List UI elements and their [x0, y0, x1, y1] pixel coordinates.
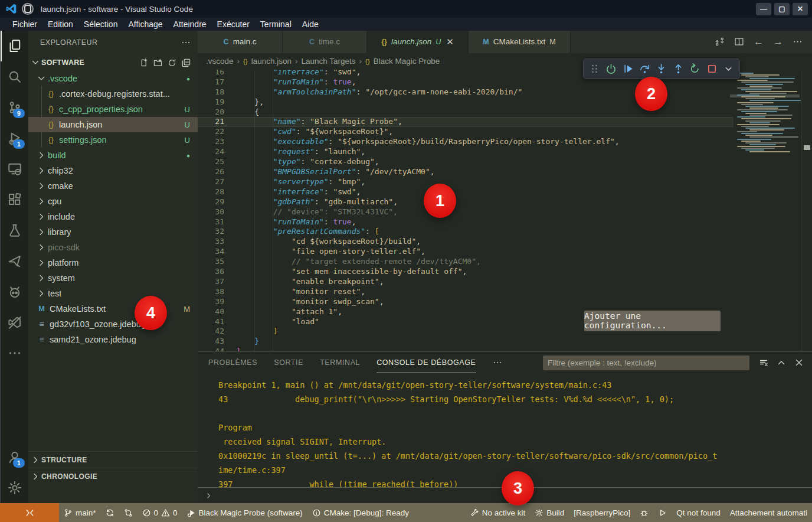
code-editor[interactable]: 1617181920212223242526272829303132333435…: [198, 70, 812, 351]
step-into-button[interactable]: [653, 61, 670, 77]
launch-button[interactable]: [603, 61, 619, 77]
newfile-icon[interactable]: [139, 58, 148, 67]
breadcrumb-item[interactable]: Launch Targets: [302, 57, 356, 66]
tree-item-include[interactable]: include: [28, 209, 198, 224]
more-actions-icon[interactable]: [793, 37, 803, 47]
menu-fichier[interactable]: Fichier: [7, 19, 42, 29]
activity-extensions[interactable]: [1, 184, 28, 215]
activity-tools-extension[interactable]: [1, 246, 28, 276]
tree-item-pico-sdk[interactable]: pico-sdk: [28, 240, 198, 255]
close-tab-icon[interactable]: ✕: [446, 37, 454, 47]
collapse-icon[interactable]: [182, 58, 191, 67]
tree-item-c-cpp-properties-json[interactable]: {}c_cpp_properties.jsonU: [28, 102, 198, 117]
status-kit[interactable]: No active kit: [466, 503, 531, 522]
activity-testing[interactable]: [1, 215, 28, 246]
stop-button[interactable]: [703, 61, 720, 77]
status-git-branch[interactable]: main*: [59, 503, 101, 522]
tree-item--vscode[interactable]: .vscode●: [28, 71, 198, 86]
panel-tab-terminal[interactable]: TERMINAL: [320, 353, 360, 373]
status-build[interactable]: Build: [530, 503, 569, 522]
tree-item-cmake[interactable]: cmake: [28, 178, 198, 194]
activity-source-control[interactable]: 9: [1, 92, 28, 123]
menu-sélection[interactable]: Sélection: [78, 19, 123, 29]
refresh-icon[interactable]: [168, 58, 176, 67]
minimize-button[interactable]: —: [756, 3, 771, 15]
continue-button[interactable]: [620, 61, 636, 77]
restart-button[interactable]: [687, 61, 703, 77]
section-structure[interactable]: STRUCTURE: [28, 451, 198, 468]
status-target[interactable]: [RaspberryPico]: [569, 503, 635, 522]
navigate-forward-icon[interactable]: →: [773, 36, 783, 48]
tab-time-c[interactable]: Ctime.c: [283, 31, 367, 53]
menu-edition[interactable]: Edition: [42, 19, 78, 29]
status-sync[interactable]: [101, 503, 119, 522]
navigate-back-icon[interactable]: ←: [754, 36, 764, 48]
tree-item-samd21-ozone-jdebug[interactable]: ≡samd21_ozone.jdebug: [28, 332, 198, 347]
panel-tab-sortie[interactable]: SORTIE: [274, 353, 303, 373]
tree-item-gd32vf103-ozone-jdebug[interactable]: ≡gd32vf103_ozone.jdebug: [28, 317, 198, 332]
tree-item-platform[interactable]: platform: [28, 255, 198, 270]
activity-explorer[interactable]: [1, 31, 28, 61]
filter-icon[interactable]: [759, 358, 768, 367]
panel-tab-console-de-d-bogage[interactable]: CONSOLE DE DÉBOGAGE: [376, 353, 476, 373]
activity-robot-extension[interactable]: [1, 276, 28, 307]
tree-item-launch-json[interactable]: {}launch.jsonU: [28, 117, 198, 132]
menu-affichage[interactable]: Affichage: [123, 19, 168, 29]
tree-item-cmakelists-txt[interactable]: MCMakeLists.txtM: [28, 301, 198, 317]
activity-account[interactable]: 1: [1, 442, 28, 472]
tab-main-c[interactable]: Cmain.c: [198, 31, 283, 53]
close-panel-icon[interactable]: [794, 358, 804, 367]
tab-launch-json[interactable]: {}launch.jsonU✕: [367, 31, 469, 53]
activity-search[interactable]: [1, 61, 28, 92]
status-qt[interactable]: Qt not found: [672, 503, 725, 522]
status-debug-icon[interactable]: [635, 503, 653, 522]
activity-run-and-debug[interactable]: 1: [1, 123, 28, 154]
tree-item-chip32[interactable]: chip32: [28, 163, 198, 178]
close-button[interactable]: ✕: [793, 3, 808, 15]
status-auto-attach[interactable]: Attachement automati: [725, 503, 812, 522]
remote-indicator[interactable]: [0, 503, 59, 522]
activity-settings[interactable]: [1, 472, 28, 503]
maximize-panel-icon[interactable]: [777, 358, 786, 367]
status-problems[interactable]: 00: [137, 503, 182, 522]
newfolder-icon[interactable]: [153, 58, 162, 67]
step-out-button[interactable]: [670, 61, 686, 77]
activity-remote-explorer[interactable]: [1, 154, 28, 184]
activity-vs-extension[interactable]: [1, 307, 28, 338]
session-dropdown-button[interactable]: [721, 61, 737, 77]
minimap[interactable]: [734, 70, 800, 351]
tab-cmakelists-txt[interactable]: MCMakeLists.txtM: [469, 31, 571, 53]
step-over-button[interactable]: [636, 61, 653, 77]
status-cmake-status[interactable]: CMake: [Debug]: Ready: [307, 503, 414, 522]
breadcrumb-item[interactable]: launch.json: [251, 57, 292, 66]
add-configuration-button[interactable]: Ajouter une configuration...: [584, 311, 721, 331]
console-filter-input[interactable]: Filtre (exemple : text, !exclude): [543, 355, 749, 370]
status-git-compare[interactable]: [119, 503, 137, 522]
tree-item-settings-json[interactable]: {}settings.jsonU: [28, 132, 198, 148]
tree-item-system[interactable]: system: [28, 270, 198, 286]
tree-item-cpu[interactable]: cpu: [28, 194, 198, 209]
open-changes-icon[interactable]: [715, 37, 725, 47]
status-debug-target[interactable]: Black Magic Probe (software): [182, 503, 307, 522]
bug-icon: [640, 508, 649, 517]
panel-more-icon[interactable]: [493, 353, 502, 373]
menu-atteindre[interactable]: Atteindre: [168, 19, 212, 29]
folder-section-header[interactable]: SOFTWARE: [28, 54, 198, 71]
tree-item-build[interactable]: build●: [28, 148, 198, 163]
activity-more[interactable]: [1, 338, 28, 368]
menu-exécuter[interactable]: Exécuter: [212, 19, 255, 29]
tree-item--cortex-debug-registers-stat-[interactable]: {}.cortex-debug.registers.stat...: [28, 86, 198, 102]
section-chronologie[interactable]: CHRONOLOGIE: [28, 468, 198, 484]
sidebar-more-icon[interactable]: [181, 38, 191, 47]
menu-aide[interactable]: Aide: [297, 19, 324, 29]
editor-scrollbar[interactable]: [801, 70, 812, 351]
tree-item-test[interactable]: test: [28, 286, 198, 301]
split-editor-icon[interactable]: [734, 37, 744, 47]
panel-tab-probl-mes[interactable]: PROBLÈMES: [208, 353, 257, 373]
breadcrumb-item[interactable]: Black Magic Probe: [374, 57, 440, 66]
maximize-button[interactable]: ▢: [774, 3, 790, 15]
status-run-icon[interactable]: [653, 503, 672, 522]
menu-terminal[interactable]: Terminal: [255, 19, 297, 29]
breadcrumb-item[interactable]: .vscode: [206, 57, 234, 66]
tree-item-library[interactable]: library: [28, 224, 198, 240]
